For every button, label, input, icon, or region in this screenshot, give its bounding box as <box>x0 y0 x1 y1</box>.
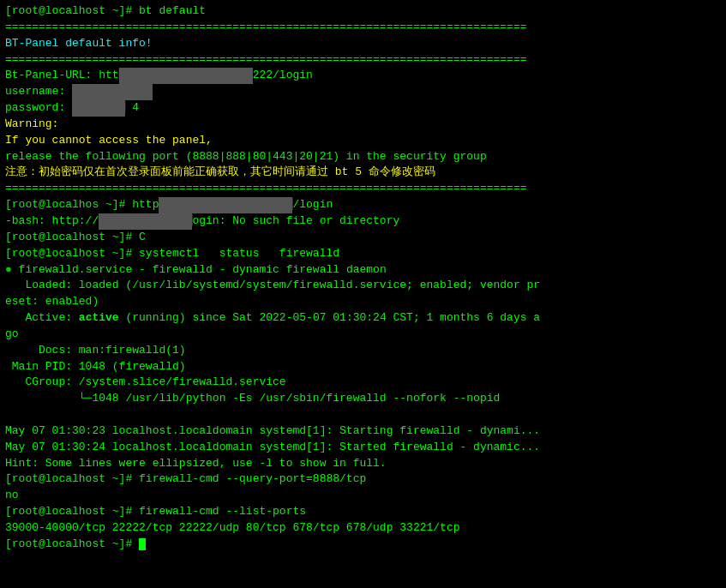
cursor <box>139 538 146 550</box>
line-sep2: ========================================… <box>5 181 721 197</box>
line-url: Bt-Panel-URL: htt████████████████████222… <box>5 68 721 84</box>
line-ports-list: 39000-40000/tcp 22222/tcp 22222/udp 80/t… <box>5 520 721 537</box>
blurred-url3: ██████████████ <box>99 213 192 230</box>
line-info-header: BT-Panel default info! <box>5 36 721 52</box>
line-2: ========================================… <box>5 20 721 36</box>
line-go: go <box>5 327 721 343</box>
line-no: no <box>5 488 721 504</box>
line-bash-error: -bash: http://██████████████ogin: No suc… <box>5 213 721 230</box>
blurred-url: ████████████████████ <box>119 68 253 84</box>
line-warning-text2: release the following port (8888|888|80|… <box>5 149 721 165</box>
running-status: (running) <box>119 311 186 324</box>
line-cmd-list-ports: [root@localhost ~]# firewall-cmd --list-… <box>5 504 721 520</box>
line-may07-1: May 07 01:30:23 localhost.localdomain sy… <box>5 423 721 440</box>
line-warning-text1: If you cannot access the panel, <box>5 133 721 149</box>
line-firewalld-service: ● firewalld.service - firewalld - dynami… <box>5 262 721 279</box>
line-cgroup: CGroup: /system.slice/firewalld.service <box>5 375 721 391</box>
line-warning-chinese: 注意：初始密码仅在首次登录面板前能正确获取，其它时间请通过 bt 5 命令修改密… <box>5 165 721 181</box>
line-may07-2: May 07 01:30:24 localhost.localdomain sy… <box>5 440 721 456</box>
line-hint: Hint: Some lines were ellipsized, use -l… <box>5 456 721 472</box>
line-active: Active: active (running) since Sat 2022-… <box>5 310 721 327</box>
terminal-window: [root@localhost ~]# bt default =========… <box>0 0 726 588</box>
line-pid: Main PID: 1048 (firewalld) <box>5 359 721 375</box>
line-prompt-final: [root@localhost ~]# <box>5 537 721 553</box>
line-eset: eset: enabled) <box>5 294 721 310</box>
line-warning-label: Warning: <box>5 117 721 133</box>
blank-line <box>5 407 721 423</box>
active-status: active <box>79 311 119 324</box>
blurred-username: ████████████ <box>72 84 153 100</box>
line-cgroup-detail: └─1048 /usr/lib/python -Es /usr/sbin/fir… <box>5 391 721 407</box>
line-1: [root@localhost ~]# bt default <box>5 3 721 20</box>
blurred-url2: ████████████████████ <box>159 197 292 213</box>
line-cmd-systemctl: [root@localhost ~]# systemctl status fir… <box>5 246 721 262</box>
line-4: ========================================… <box>5 52 721 69</box>
blurred-password: ████████ <box>72 100 125 117</box>
line-docs: Docs: man:firewalld(1) <box>5 343 721 359</box>
line-loaded: Loaded: loaded (/usr/lib/systemd/system/… <box>5 278 721 294</box>
green-dot: ● <box>5 263 12 276</box>
line-cmd-query-port: [root@localhost ~]# firewall-cmd --query… <box>5 471 721 488</box>
line-password: password: ████████ 4 <box>5 100 721 117</box>
line-cmd-http: [root@localhos ~]# http█████████████████… <box>5 197 721 213</box>
line-cmd-c: [root@localhost ~]# C <box>5 230 721 246</box>
line-username: username: ████████████ <box>5 84 721 100</box>
